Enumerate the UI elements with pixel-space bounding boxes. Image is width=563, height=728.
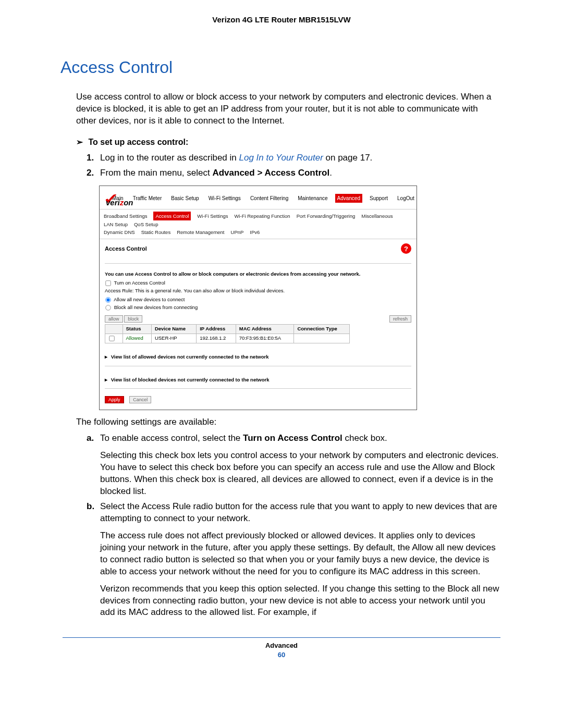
subnav-item[interactable]: Wi-Fi Repeating Function xyxy=(234,212,290,220)
step-1-post: on page 17. xyxy=(323,153,373,163)
arrow-icon: ➢ xyxy=(76,138,83,146)
subnav-item[interactable]: Dynamic DNS xyxy=(104,228,135,236)
table-header-cell: Device Name xyxy=(151,324,196,334)
intro-paragraph: Use access control to allow or block acc… xyxy=(76,91,500,127)
table-row: Allowed USER-HP 192.168.1.2 70:F3:95:B1:… xyxy=(105,334,350,343)
mainnav-item[interactable]: Advanced xyxy=(335,194,362,203)
page-title: Access Control xyxy=(60,56,500,79)
allow-button[interactable]: allow xyxy=(105,315,123,323)
turn-on-access-control-checkbox[interactable] xyxy=(105,280,111,286)
table-header-cell xyxy=(105,324,123,334)
setting-a-bold: Turn on Access Control xyxy=(243,433,342,443)
subnav-item[interactable]: Static Routes xyxy=(141,228,171,236)
subnav-item[interactable]: LAN Setup xyxy=(104,220,128,228)
login-link[interactable]: Log In to Your Router xyxy=(239,153,323,163)
sub-nav: Broadband SettingsAccess ControlWi-Fi Se… xyxy=(100,209,417,240)
subnav-item[interactable]: Remote Management xyxy=(177,228,224,236)
allow-all-label: Allow all new devices to connect xyxy=(114,297,185,302)
expand-blocked-list[interactable]: ▸ View list of blocked devices not curre… xyxy=(105,377,411,384)
step-2-menu-path: Advanced > Access Control xyxy=(212,168,329,178)
cancel-button[interactable]: Cancel xyxy=(129,396,151,403)
table-header-cell: Connection Type xyxy=(294,324,350,334)
mainnav-item[interactable]: Content Filtering xyxy=(248,194,290,203)
subnav-item[interactable]: IPv6 xyxy=(250,228,260,236)
row-checkbox[interactable] xyxy=(109,336,114,341)
step-1: 1. Log in to the router as described in … xyxy=(87,152,500,164)
pane-title: Access Control xyxy=(105,245,147,253)
setting-a-pre: To enable access control, select the xyxy=(100,433,243,443)
pane-description: You can use Access Control to allow or b… xyxy=(105,271,411,278)
row-mac: 70:F3:95:B1:E0:5A xyxy=(236,334,294,343)
logo-pre: veri xyxy=(106,198,120,207)
row-connection-type xyxy=(294,334,350,343)
setting-b-first: Select the Access Rule radio button for … xyxy=(100,501,497,523)
mainnav-item[interactable]: Support xyxy=(368,194,390,203)
block-button[interactable]: block xyxy=(124,315,142,323)
expand-allowed-list[interactable]: ▸ View list of allowed devices not curre… xyxy=(105,354,411,361)
logo-post: on xyxy=(124,198,133,207)
devices-table: StatusDevice NameIP AddressMAC AddressCo… xyxy=(105,324,350,343)
doc-header: Verizon 4G LTE Router MBR1515LVW xyxy=(63,15,500,25)
turn-on-label: Turn on Access Control xyxy=(114,280,165,286)
allow-all-radio[interactable] xyxy=(105,297,111,302)
setting-b: b. Select the Access Rule radio button f… xyxy=(87,501,500,619)
table-header-cell: Status xyxy=(123,324,151,334)
triangle-right-icon: ▸ xyxy=(105,377,107,382)
subnav-item[interactable]: Miscellaneous xyxy=(361,212,393,220)
mainnav-item[interactable]: Wi-Fi Settings xyxy=(206,194,243,203)
setting-a: a. To enable access control, select the … xyxy=(87,433,500,498)
step-2-pre: From the main menu, select xyxy=(100,168,212,178)
step-2-post: . xyxy=(329,168,332,178)
step-1-pre: Log in to the router as described in xyxy=(100,153,239,163)
footer-section: Advanced xyxy=(63,641,500,650)
table-header-cell: IP Address xyxy=(197,324,236,334)
subnav-item[interactable]: UPnP xyxy=(231,228,244,236)
setting-b-para1: The access rule does not affect previous… xyxy=(100,530,500,578)
setting-a-para: Selecting this check box lets you contro… xyxy=(100,450,500,498)
subnav-item[interactable]: QoS Setup xyxy=(134,220,158,228)
subnav-item[interactable]: Broadband Settings xyxy=(104,212,147,220)
block-all-label: Block all new devices from connecting xyxy=(114,304,198,310)
mainnav-item[interactable]: Maintenance xyxy=(296,194,329,203)
router-ui-screenshot: ✓ verizon MainTraffic MeterBasic SetupWi… xyxy=(99,186,417,411)
apply-button[interactable]: Apply xyxy=(105,396,124,403)
subnav-item[interactable]: Access Control xyxy=(153,212,191,220)
block-all-radio[interactable] xyxy=(105,305,111,310)
help-icon[interactable]: ? xyxy=(401,243,411,254)
access-rule-text: Access Rule: This is a general rule. You… xyxy=(105,288,411,294)
setting-a-post: check box. xyxy=(342,433,387,443)
subnav-item[interactable]: Wi-Fi Settings xyxy=(197,212,228,220)
subnav-item[interactable]: Port Forwarding/Triggering xyxy=(297,212,356,220)
mainnav-item[interactable]: Traffic Meter xyxy=(131,194,164,203)
mainnav-item[interactable]: LogOut xyxy=(395,194,417,203)
row-status: Allowed xyxy=(123,334,151,343)
footer-page-number: 60 xyxy=(63,650,500,660)
triangle-right-icon: ▸ xyxy=(105,354,107,360)
mainnav-item[interactable]: Basic Setup xyxy=(169,194,201,203)
expand-allowed-label: View list of allowed devices not current… xyxy=(111,354,269,360)
setting-b-para2: Verizon recommends that you keep this op… xyxy=(100,583,500,619)
refresh-button[interactable]: refresh xyxy=(389,315,411,323)
main-nav: MainTraffic MeterBasic SetupWi-Fi Settin… xyxy=(110,194,417,203)
following-text: The following settings are available: xyxy=(76,416,500,428)
expand-blocked-label: View list of blocked devices not current… xyxy=(111,377,270,382)
task-heading: ➢ To set up access control: xyxy=(76,137,500,148)
row-ip: 192.168.1.2 xyxy=(197,334,236,343)
row-device-name: USER-HP xyxy=(151,334,196,343)
table-header-cell: MAC Address xyxy=(236,324,294,334)
step-2: 2. From the main menu, select Advanced >… xyxy=(87,167,500,179)
task-heading-text: To set up access control: xyxy=(88,138,188,146)
